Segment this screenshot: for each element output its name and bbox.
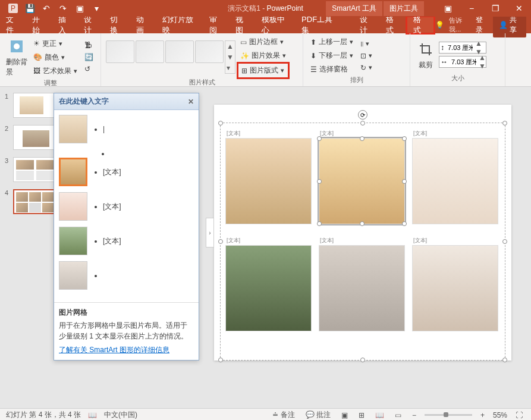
fit-to-window-icon[interactable]: ⛶	[513, 411, 525, 419]
sa-cell-5[interactable]: [文本]	[319, 236, 405, 331]
resize-handle-w[interactable]	[218, 239, 223, 244]
zoom-in-button[interactable]: +	[478, 411, 487, 419]
tp-thumb-5[interactable]	[59, 261, 87, 290]
tp-thumb-3[interactable]	[59, 192, 87, 221]
thumbnail-3[interactable]: 3	[5, 157, 55, 182]
text-pane-toggle[interactable]: ›	[206, 218, 214, 247]
notes-button[interactable]: ≐ 备注	[270, 410, 297, 420]
spellcheck-icon[interactable]: 📖	[88, 411, 97, 419]
comments-button[interactable]: 💬 批注	[303, 410, 333, 420]
sa-image-6[interactable]	[412, 245, 498, 331]
resize-handle-ne[interactable]	[502, 121, 507, 126]
rotate-button[interactable]: ↻▾	[358, 62, 375, 73]
style-thumb[interactable]	[195, 40, 224, 63]
tp-thumb-4[interactable]	[59, 227, 87, 255]
change-picture-button[interactable]: 🔄	[82, 52, 96, 62]
zoom-level[interactable]: 55%	[493, 411, 507, 419]
slideshow-view-icon[interactable]: ▭	[392, 411, 404, 419]
send-backward-button[interactable]: ⬇下移一层 ▾	[308, 49, 356, 62]
start-slideshow-icon[interactable]: ▣	[73, 1, 87, 15]
minimize-button[interactable]: −	[460, 1, 483, 15]
sa-cell-6[interactable]: [文本]	[412, 236, 498, 331]
tab-smartart-format[interactable]: 格式	[380, 17, 406, 33]
width-input[interactable]: ↔ ▲▼	[439, 56, 486, 68]
tp-text-2[interactable]: [文本]	[103, 167, 121, 177]
tab-template[interactable]: 模板中心	[256, 17, 296, 33]
tab-review[interactable]: 审阅	[203, 17, 230, 33]
tab-file[interactable]: 文件	[0, 17, 26, 33]
text-pane-body[interactable]: | [文本] [文本] [文本]	[54, 110, 199, 302]
reading-view-icon[interactable]: 📖	[373, 411, 387, 419]
sa-image-3[interactable]	[412, 138, 498, 224]
normal-view-icon[interactable]: ▣	[339, 411, 350, 419]
resize-handle-nw[interactable]	[218, 121, 223, 126]
qat-more-icon[interactable]: ▾	[89, 1, 103, 15]
gallery-down-icon[interactable]: ▼	[225, 52, 235, 62]
tab-animation[interactable]: 动画	[130, 17, 156, 33]
sa-cell-2[interactable]: [文本]	[319, 129, 405, 224]
save-icon[interactable]: 💾	[23, 1, 37, 15]
resize-handle-n[interactable]	[360, 121, 365, 126]
tab-home[interactable]: 开始	[26, 17, 52, 33]
corrections-button[interactable]: ☀更正 ▾	[31, 37, 80, 50]
thumbnail-1[interactable]: 1	[5, 93, 55, 118]
slide-counter[interactable]: 幻灯片 第 4 张，共 4 张	[6, 410, 81, 420]
picture-layout-button[interactable]: ⊞图片版式 ▾	[237, 62, 290, 79]
tp-footer-link[interactable]: 了解有关 SmartArt 图形的详细信息	[59, 345, 194, 355]
crop-button[interactable]: 裁剪	[415, 39, 436, 71]
close-button[interactable]: ✕	[507, 1, 531, 15]
style-thumb[interactable]	[106, 40, 134, 63]
tab-transition[interactable]: 切换	[104, 17, 130, 33]
selection-pane-button[interactable]: ☰选择窗格	[308, 63, 356, 76]
group-button[interactable]: ⊡▾	[358, 51, 375, 61]
thumbnail-4[interactable]: 4	[5, 189, 55, 214]
compress-button[interactable]: 🗜	[82, 40, 96, 51]
smartart-container[interactable]: ⟳ [文本] [文本]	[220, 123, 505, 361]
tab-slideshow[interactable]: 幻灯片放映	[156, 17, 203, 33]
sa-cell-1[interactable]: [文本]	[225, 129, 312, 224]
tp-text-sub[interactable]	[110, 149, 194, 158]
sa-image-4[interactable]	[225, 245, 312, 331]
gallery-more-icon[interactable]: ▾	[225, 62, 235, 73]
undo-icon[interactable]: ↶	[39, 1, 54, 15]
thumbnail-2[interactable]: 2	[5, 125, 55, 150]
slide-canvas[interactable]: › ⟳ [文本] [文本]	[214, 105, 511, 361]
tp-text-1[interactable]: |	[103, 125, 105, 133]
color-button[interactable]: 🎨颜色 ▾	[31, 51, 80, 64]
sa-image-1[interactable]	[225, 138, 312, 224]
style-thumb[interactable]	[136, 40, 164, 63]
tab-smartart-design[interactable]: 设计	[354, 17, 380, 33]
zoom-slider[interactable]	[425, 414, 472, 416]
resize-handle-se[interactable]	[502, 358, 507, 362]
rotate-handle[interactable]: ⟳	[358, 110, 367, 120]
tab-picture-format[interactable]: 格式	[406, 15, 435, 35]
slide-sorter-icon[interactable]: ⊞	[356, 411, 367, 419]
gallery-up-icon[interactable]: ▲	[225, 41, 235, 52]
reset-picture-button[interactable]: ↺	[82, 64, 96, 74]
bring-forward-button[interactable]: ⬆上移一层 ▾	[308, 36, 356, 48]
language-status[interactable]: 中文(中国)	[104, 410, 137, 420]
picture-effects-button[interactable]: ✨图片效果 ▾	[238, 49, 288, 62]
resize-handle-e[interactable]	[502, 239, 507, 244]
tab-design[interactable]: 设计	[78, 17, 104, 33]
picture-border-button[interactable]: ▭图片边框 ▾	[238, 36, 288, 48]
resize-handle-sw[interactable]	[218, 358, 223, 362]
remove-background-button[interactable]: 删除背景	[5, 36, 29, 79]
resize-handle-s[interactable]	[360, 358, 365, 362]
tp-text-3[interactable]: [文本]	[103, 202, 121, 212]
tp-thumb-2[interactable]	[59, 158, 87, 186]
picture-styles-gallery[interactable]: ▲ ▼ ▾	[106, 40, 235, 74]
tab-pdf[interactable]: PDF工具集	[296, 17, 343, 33]
style-thumb[interactable]	[165, 40, 194, 63]
tp-text-4[interactable]: [文本]	[103, 236, 121, 246]
sa-cell-3[interactable]: [文本]	[412, 129, 498, 224]
redo-icon[interactable]: ↷	[56, 1, 70, 15]
sa-image-2-selected[interactable]	[319, 138, 405, 224]
sa-cell-4[interactable]: [文本]	[225, 236, 312, 331]
align-button[interactable]: ⫴▾	[358, 39, 375, 49]
zoom-out-button[interactable]: −	[410, 411, 419, 419]
slide-thumbnails[interactable]: 1 2 3 4	[0, 87, 59, 408]
ribbon-options-icon[interactable]: ▣	[436, 1, 460, 15]
tell-me[interactable]: 告诉我...	[449, 16, 471, 34]
tab-insert[interactable]: 插入	[52, 17, 78, 33]
